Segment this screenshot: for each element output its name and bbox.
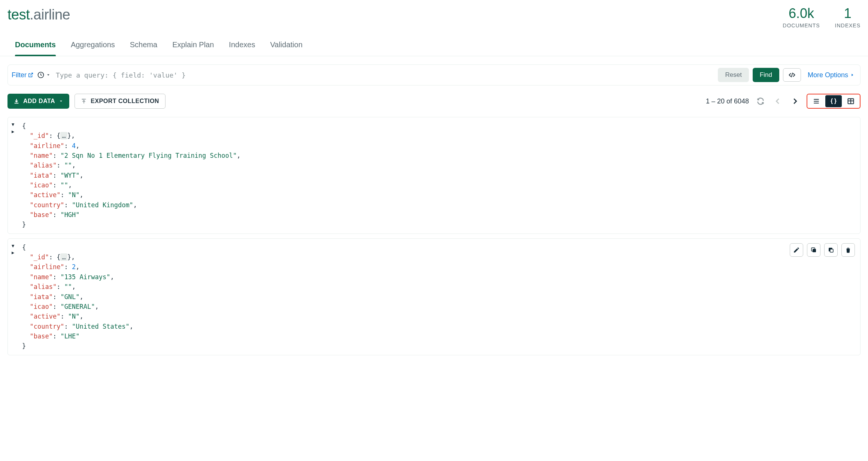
collection-title: test.airline <box>7 7 70 23</box>
stat-indexes: 1 INDEXES <box>835 7 861 28</box>
list-icon <box>813 97 820 105</box>
delete-button[interactable] <box>841 243 855 257</box>
toggle-code-button[interactable] <box>783 68 801 82</box>
tab-documents[interactable]: Documents <box>15 40 56 56</box>
export-label: EXPORT COLLECTION <box>91 98 159 105</box>
copy-icon <box>810 247 817 253</box>
svg-rect-5 <box>830 249 833 252</box>
stat-documents-value: 6.0k <box>783 7 820 20</box>
trash-icon <box>845 247 852 253</box>
title-dot: . <box>30 7 33 22</box>
filter-input[interactable] <box>54 69 714 81</box>
collection-stats: 6.0k DOCUMENTS 1 INDEXES <box>783 7 861 28</box>
more-options-label: More Options <box>808 71 848 79</box>
filter-bar: Filter Reset Find More Options <box>7 64 861 85</box>
caret-down-icon <box>59 99 63 103</box>
tab-indexes[interactable]: Indexes <box>229 40 255 56</box>
add-data-button[interactable]: ADD DATA <box>7 94 69 109</box>
paging-text: 1 – 20 of 6048 <box>706 97 749 105</box>
view-table-button[interactable] <box>843 95 859 107</box>
edit-button[interactable] <box>790 243 803 257</box>
documents-list: ▼▶{ "_id": {…}, "airline": 4, "name": "2… <box>0 117 868 363</box>
clone-icon <box>828 247 834 253</box>
history-button[interactable] <box>37 71 51 79</box>
code-icon <box>788 72 796 78</box>
download-icon <box>13 98 19 104</box>
document-card[interactable]: ▼▶{ "_id": {…}, "airline": 2, "name": "1… <box>7 238 861 355</box>
stat-indexes-label: INDEXES <box>835 22 861 28</box>
stat-documents-label: DOCUMENTS <box>783 22 820 28</box>
clone-button[interactable] <box>824 243 838 257</box>
collapse-toggle[interactable]: ▼ <box>12 121 22 128</box>
view-list-button[interactable] <box>808 95 825 107</box>
add-data-label: ADD DATA <box>23 98 55 105</box>
collection-name: airline <box>33 7 70 22</box>
next-page-button[interactable] <box>789 96 801 107</box>
json-body: { "_id": {…}, "airline": 2, "name": "135… <box>22 242 133 351</box>
tab-validation[interactable]: Validation <box>270 40 302 56</box>
filter-label: Filter <box>12 71 27 79</box>
copy-button[interactable] <box>807 243 820 257</box>
db-name: test <box>7 7 30 22</box>
document-actions <box>790 243 855 257</box>
view-json-button[interactable] <box>825 95 842 107</box>
table-icon <box>847 97 855 105</box>
stat-documents: 6.0k DOCUMENTS <box>783 7 820 28</box>
reset-button[interactable]: Reset <box>718 68 749 82</box>
expand-id-toggle[interactable]: ▶ <box>12 249 22 256</box>
tab-aggregations[interactable]: Aggregations <box>71 40 115 56</box>
caret-right-icon <box>850 72 854 78</box>
view-mode-group <box>807 94 861 109</box>
clock-icon <box>37 71 45 79</box>
svg-rect-2 <box>813 249 816 252</box>
refresh-icon <box>756 97 765 105</box>
more-options-link[interactable]: More Options <box>808 71 854 79</box>
export-collection-button[interactable]: EXPORT COLLECTION <box>75 94 166 109</box>
find-button[interactable]: Find <box>753 68 779 82</box>
expand-id-toggle[interactable]: ▶ <box>12 128 22 135</box>
pencil-icon <box>793 247 800 253</box>
collapse-toggle[interactable]: ▼ <box>12 242 22 250</box>
export-icon <box>81 98 87 104</box>
json-body: { "_id": {…}, "airline": 4, "name": "2 S… <box>22 121 240 230</box>
document-card[interactable]: ▼▶{ "_id": {…}, "airline": 4, "name": "2… <box>7 117 861 234</box>
prev-page-button[interactable] <box>772 96 783 107</box>
chevron-right-icon <box>791 97 799 105</box>
stat-indexes-value: 1 <box>835 7 861 20</box>
tab-explain-plan[interactable]: Explain Plan <box>172 40 214 56</box>
filter-link[interactable]: Filter <box>12 71 33 79</box>
header: test.airline 6.0k DOCUMENTS 1 INDEXES <box>0 0 868 28</box>
braces-icon <box>829 97 838 105</box>
tabs: Documents Aggregations Schema Explain Pl… <box>0 33 868 56</box>
external-link-icon <box>28 72 33 78</box>
gutter: ▼▶ <box>12 121 22 230</box>
documents-toolbar: ADD DATA EXPORT COLLECTION 1 – 20 of 604… <box>0 85 868 112</box>
tab-schema[interactable]: Schema <box>130 40 157 56</box>
caret-down-icon <box>46 73 51 77</box>
gutter: ▼▶ <box>12 242 22 351</box>
chevron-left-icon <box>774 97 782 105</box>
refresh-button[interactable] <box>755 96 766 107</box>
